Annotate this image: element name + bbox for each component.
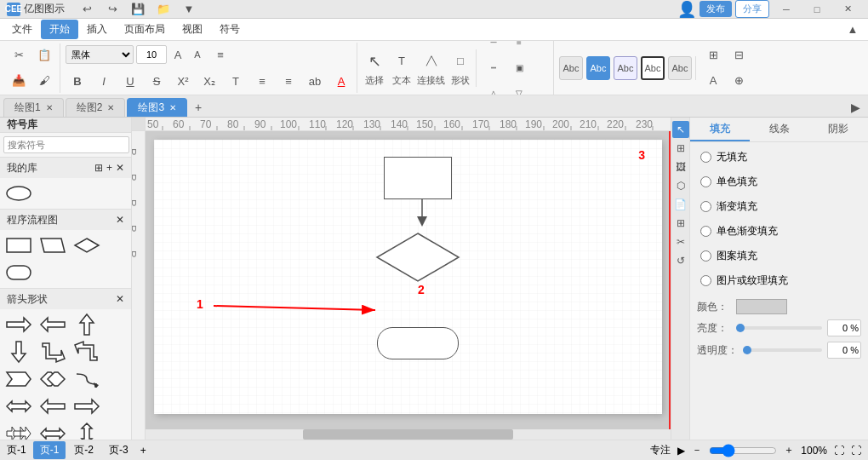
indent-button[interactable]: ≡ — [277, 69, 300, 93]
fill-option-mono-gradient[interactable]: 单色渐变填充 — [697, 221, 861, 241]
undo-icon[interactable]: ↩ — [75, 0, 99, 21]
zoom-out-icon[interactable]: － — [692, 443, 702, 457]
right-icon-crop[interactable]: ✂ — [672, 233, 689, 250]
sym-arrow-right[interactable] — [3, 313, 34, 336]
sym-s-arrow[interactable] — [71, 367, 102, 391]
tab-close-1[interactable]: ✕ — [46, 103, 53, 112]
sym-lr-arrow[interactable] — [37, 422, 68, 440]
fill-option-texture[interactable]: 图片或纹理填充 — [697, 271, 861, 290]
sym-oval[interactable] — [3, 181, 34, 205]
play-icon[interactable]: ▶ — [677, 445, 685, 457]
paste-button[interactable]: 📥 — [7, 69, 31, 93]
brightness-thumb[interactable] — [736, 324, 745, 332]
brightness-input[interactable] — [827, 319, 861, 336]
sym-arrow-up[interactable] — [71, 313, 102, 336]
tab-line[interactable]: 线条 — [750, 118, 809, 141]
menu-insert[interactable]: 插入 — [78, 20, 116, 39]
open-icon[interactable]: 📁 — [151, 0, 175, 21]
tab-drawing2[interactable]: 绘图2 ✕ — [66, 98, 126, 117]
text-format-button[interactable]: T — [224, 69, 248, 93]
minimize-button[interactable]: ─ — [773, 0, 800, 19]
menu-start[interactable]: 开始 — [41, 20, 78, 39]
italic-button[interactable]: I — [92, 69, 116, 93]
close-button[interactable]: ✕ — [834, 0, 861, 19]
font-family-select[interactable]: 黑体 — [66, 45, 134, 64]
sym-diamond[interactable] — [71, 233, 102, 257]
superscript-button[interactable]: X² — [171, 69, 195, 93]
extra-btn-2[interactable]: ⊟ — [727, 43, 751, 67]
sym-arrow-ul[interactable] — [71, 340, 102, 364]
fill-style-1[interactable]: ▣ — [507, 56, 531, 80]
cut-button[interactable]: ✂ — [7, 43, 31, 67]
share-button[interactable]: 分享 — [735, 0, 769, 18]
extra-btn-3[interactable]: A — [701, 69, 725, 93]
right-icon-layers[interactable]: ⬡ — [672, 177, 689, 194]
add-page-button[interactable]: + — [137, 443, 150, 458]
transparency-input[interactable] — [827, 342, 861, 359]
select-mode-button[interactable]: ↖ — [363, 49, 386, 73]
connect-mode-button[interactable]: ╱╲ — [420, 49, 443, 73]
tab-drawing1[interactable]: 绘图1 ✕ — [3, 98, 64, 117]
fullscreen-icon[interactable]: ⛶ — [851, 445, 861, 457]
right-icon-image[interactable]: 🖼 — [672, 158, 689, 175]
fill-style-2[interactable]: △ — [482, 82, 505, 96]
subscript-button[interactable]: X₂ — [197, 69, 221, 93]
right-icon-grid[interactable]: ⊞ — [672, 140, 689, 157]
right-icon-doc[interactable]: 📄 — [672, 196, 689, 213]
my-library-header[interactable]: 我的库 ⊞ + ✕ — [0, 158, 131, 178]
sym-triple-arrow[interactable] — [3, 422, 34, 440]
add-tab-button[interactable]: + — [189, 98, 208, 117]
my-lib-action-2[interactable]: + — [106, 162, 112, 174]
style-abc-1[interactable]: Abc — [559, 56, 583, 80]
tab-shadow[interactable]: 阴影 — [808, 118, 868, 141]
strikethrough-button[interactable]: S — [145, 69, 168, 93]
arrow-shapes-close-icon[interactable]: ✕ — [116, 293, 124, 305]
redo-icon[interactable]: ↪ — [100, 0, 124, 21]
style-abc-2[interactable]: Abc — [586, 56, 610, 80]
process-flow-close-icon[interactable]: ✕ — [116, 214, 124, 226]
underline-button[interactable]: U — [118, 69, 142, 93]
fill-option-solid[interactable]: 单色填充 — [697, 172, 861, 192]
bold-button[interactable]: B — [66, 69, 89, 93]
more-icon[interactable]: ▼ — [177, 0, 201, 21]
menu-view[interactable]: 视图 — [174, 20, 211, 39]
collapse-ribbon-icon[interactable]: ▲ — [841, 18, 865, 42]
format-painter-button[interactable]: 🖌 — [32, 69, 56, 93]
shape-diamond[interactable] — [375, 232, 460, 283]
my-lib-action-1[interactable]: ⊞ — [94, 162, 103, 174]
right-icon-table[interactable]: ⊞ — [672, 215, 689, 232]
menu-file[interactable]: 文件 — [3, 20, 41, 39]
sym-rect[interactable] — [3, 233, 34, 257]
zoom-slider[interactable] — [709, 444, 777, 457]
maximize-button[interactable]: □ — [803, 0, 831, 19]
page-tab-1[interactable]: 页-1 — [33, 441, 66, 459]
sym-double-arrow[interactable] — [3, 394, 34, 418]
color-swatch[interactable] — [736, 299, 787, 314]
canvas[interactable]: 1 2 3 — [146, 131, 671, 440]
h-scrollbar-thumb[interactable] — [303, 429, 513, 440]
save-icon[interactable]: 💾 — [126, 0, 150, 21]
line-style-3[interactable]: ┅ — [482, 56, 505, 80]
h-scrollbar[interactable] — [146, 429, 671, 440]
tab-close-2[interactable]: ✕ — [107, 103, 114, 112]
shape-rounded-rect[interactable] — [377, 327, 459, 359]
fit-page-icon[interactable]: ⛶ — [834, 445, 844, 457]
font-color-button[interactable]: A — [329, 69, 353, 93]
tab-fill[interactable]: 填充 — [690, 118, 750, 141]
process-flow-header[interactable]: 程序流程图 ✕ — [0, 210, 131, 230]
sym-parallelogram[interactable] — [37, 233, 68, 257]
align-button[interactable]: ≡ — [208, 43, 232, 66]
menu-page-layout[interactable]: 页面布局 — [116, 20, 174, 39]
sym-rounded-rect[interactable] — [3, 261, 34, 285]
style-abc-4[interactable]: Abc — [641, 56, 665, 80]
line-style-1[interactable]: ─ — [482, 41, 505, 55]
page-tab-3[interactable]: 页-3 — [102, 441, 135, 459]
shape-rectangle[interactable] — [384, 157, 452, 199]
extra-btn-4[interactable]: ⊕ — [727, 69, 751, 93]
sym-left-arrow[interactable] — [37, 394, 68, 418]
fill-option-none[interactable]: 无填充 — [697, 147, 861, 167]
sym-ud-arrow[interactable] — [71, 422, 102, 440]
arrow-shapes-header[interactable]: 箭头形状 ✕ — [0, 289, 131, 309]
fill-option-pattern[interactable]: 图案填充 — [697, 246, 861, 266]
my-lib-close-icon[interactable]: ✕ — [116, 162, 124, 174]
